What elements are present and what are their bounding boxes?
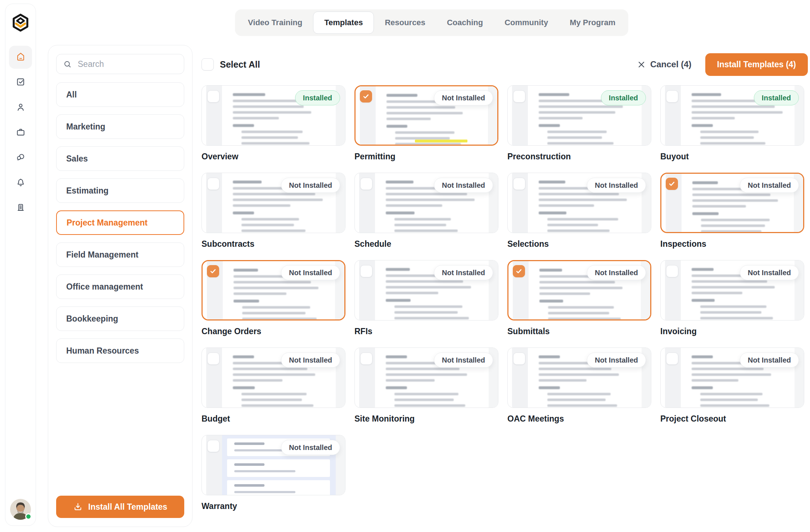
doc-line — [547, 229, 610, 232]
rail-item-check-square[interactable] — [9, 71, 32, 94]
doc-line — [692, 111, 783, 114]
doc-line — [241, 131, 303, 133]
top-tabs: Video TrainingTemplatesResourcesCoaching… — [235, 9, 628, 36]
cancel-button[interactable]: Cancel (4) — [635, 59, 694, 70]
card-checkbox[interactable] — [207, 178, 220, 190]
rail-item-user[interactable] — [9, 96, 32, 119]
doc-line — [692, 117, 735, 119]
sidebar-item-marketing[interactable]: Marketing — [56, 114, 184, 139]
card-title: Preconstruction — [507, 152, 651, 162]
doc-line — [539, 292, 590, 295]
install-all-templates-button[interactable]: Install All Templates — [56, 496, 184, 518]
doc-line — [539, 355, 560, 358]
card-checkbox[interactable] — [360, 178, 372, 190]
card-checkbox[interactable] — [207, 265, 219, 277]
sidebar-item-estimating[interactable]: Estimating — [56, 178, 184, 203]
template-card[interactable]: Not InstalledSite Monitoring — [354, 347, 498, 424]
doc-line — [233, 373, 315, 376]
template-card[interactable]: InstalledOverview — [202, 85, 345, 162]
doc-line — [233, 105, 304, 108]
doc-line — [241, 136, 298, 139]
card-checkbox[interactable] — [513, 265, 525, 277]
card-checkbox[interactable] — [360, 353, 372, 365]
template-card[interactable]: InstalledPreconstruction — [507, 85, 651, 162]
rail-item-home[interactable] — [9, 46, 32, 69]
tab-video-training[interactable]: Video Training — [237, 12, 313, 34]
sidebar-item-sales[interactable]: Sales — [56, 146, 184, 171]
card-checkbox[interactable] — [360, 265, 372, 277]
template-card[interactable]: Not InstalledInvoicing — [660, 260, 804, 336]
tab-my-program[interactable]: My Program — [559, 12, 626, 34]
template-card[interactable]: Not InstalledRFIs — [354, 260, 498, 336]
category-list: AllMarketingSalesEstimatingProject Manag… — [56, 82, 184, 363]
doc-line — [241, 142, 309, 145]
template-card[interactable]: Not InstalledInspections — [660, 173, 804, 249]
doc-line — [548, 306, 614, 309]
template-preview: Not Installed — [507, 173, 651, 233]
card-checkbox[interactable] — [666, 178, 678, 190]
card-title: Schedule — [354, 239, 498, 249]
sidebar-item-office-management[interactable]: Office management — [56, 274, 184, 299]
cancel-label: Cancel (4) — [650, 59, 692, 69]
card-title: Project Closeout — [660, 414, 804, 424]
rail-item-chat[interactable] — [9, 146, 32, 169]
sidebar-item-bookkeeping[interactable]: Bookkeeping — [56, 306, 184, 331]
doc-line — [547, 399, 606, 401]
tab-coaching[interactable]: Coaching — [436, 12, 494, 34]
template-card[interactable]: Not InstalledSubmittals — [507, 260, 651, 336]
card-title: Inspections — [660, 239, 804, 249]
doc-line — [394, 393, 458, 395]
template-card[interactable]: Not InstalledOAC Meetings — [507, 347, 651, 424]
sidebar-item-human-resources[interactable]: Human Resources — [56, 338, 184, 363]
user-avatar[interactable] — [10, 499, 31, 520]
rail-item-briefcase[interactable] — [9, 121, 32, 144]
doc-line — [386, 125, 407, 128]
doc-line — [548, 318, 621, 319]
rail-item-bell[interactable] — [9, 172, 32, 195]
card-checkbox[interactable] — [666, 353, 678, 365]
card-checkbox[interactable] — [513, 90, 525, 103]
template-preview: Not Installed — [507, 260, 651, 320]
search-input[interactable] — [77, 59, 177, 69]
template-card[interactable]: Not InstalledSchedule — [354, 173, 498, 249]
doc-line — [692, 205, 746, 208]
card-checkbox[interactable] — [207, 353, 220, 365]
doc-line — [692, 368, 764, 370]
rail-item-building[interactable] — [9, 197, 32, 220]
card-checkbox[interactable] — [207, 440, 220, 452]
template-card[interactable]: Not InstalledChange Orders — [202, 260, 345, 336]
doc-line — [386, 286, 471, 288]
sidebar-item-field-management[interactable]: Field Management — [56, 242, 184, 267]
card-checkbox[interactable] — [207, 90, 220, 103]
home-icon — [16, 52, 26, 63]
select-all-control[interactable]: Select All — [202, 58, 260, 71]
install-templates-button[interactable]: Install Templates (4) — [705, 53, 808, 76]
doc-line — [386, 373, 467, 376]
card-checkbox[interactable] — [666, 90, 678, 103]
card-checkbox[interactable] — [360, 90, 372, 103]
template-card[interactable]: Not InstalledBudget — [202, 347, 345, 424]
doc-line — [386, 106, 455, 109]
status-badge: Not Installed — [434, 90, 493, 105]
card-checkbox[interactable] — [513, 178, 525, 190]
sidebar-item-all[interactable]: All — [56, 82, 184, 107]
template-card[interactable]: Not InstalledWarranty — [202, 435, 345, 511]
sidebar-item-project-management[interactable]: Project Management — [56, 210, 184, 235]
card-checkbox[interactable] — [513, 353, 525, 365]
tab-community[interactable]: Community — [494, 12, 559, 34]
template-card[interactable]: Not InstalledPermitting — [354, 85, 498, 162]
template-card[interactable]: InstalledBuyout — [660, 85, 804, 162]
tab-templates[interactable]: Templates — [313, 12, 374, 34]
doc-line — [241, 218, 299, 220]
doc-line — [701, 230, 761, 232]
template-card[interactable]: Not InstalledSelections — [507, 173, 651, 249]
doc-line — [692, 379, 738, 382]
template-card[interactable]: Not InstalledSubcontracts — [202, 173, 345, 249]
card-checkbox[interactable] — [666, 265, 678, 277]
template-card[interactable]: Not InstalledProject Closeout — [660, 347, 804, 424]
doc-line — [547, 393, 611, 395]
tab-resources[interactable]: Resources — [374, 12, 436, 34]
doc-line — [234, 287, 318, 289]
category-label: Human Resources — [66, 346, 139, 356]
select-all-checkbox[interactable] — [202, 58, 214, 71]
